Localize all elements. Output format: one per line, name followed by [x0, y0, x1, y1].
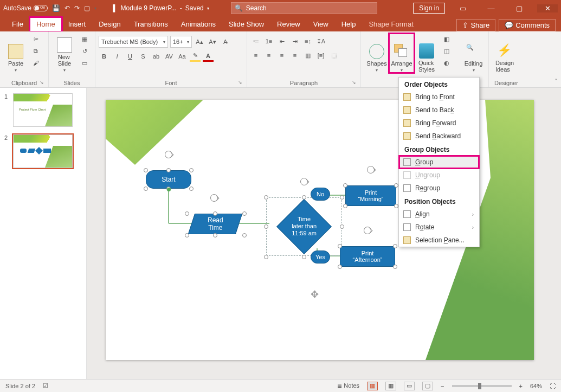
shape-outline-icon[interactable]: ◫	[441, 46, 452, 56]
align-center-icon[interactable]: ≡	[263, 50, 274, 61]
section-icon[interactable]: ▭	[79, 57, 90, 68]
clear-formatting-icon[interactable]: A̶	[220, 36, 231, 47]
align-right-icon[interactable]: ≡	[276, 50, 287, 61]
shape-start[interactable]: Start	[146, 170, 191, 189]
ribbon-options-icon[interactable]: ▭	[453, 4, 473, 12]
search-input[interactable]: 🔍 Search	[231, 2, 377, 14]
signin-button[interactable]: Sign in	[413, 3, 445, 14]
paste-button[interactable]: Paste▾	[3, 34, 28, 73]
format-painter-icon[interactable]: 🖌	[30, 57, 41, 68]
maximize-icon[interactable]: ▢	[509, 4, 530, 12]
autosave-toggle[interactable]: AutoSave On	[3, 4, 48, 12]
menu-group[interactable]: Group	[399, 156, 479, 169]
underline-button[interactable]: U	[125, 51, 136, 62]
tab-design[interactable]: Design	[92, 17, 127, 31]
rotate-handle[interactable]	[210, 194, 218, 202]
italic-button[interactable]: I	[112, 51, 122, 62]
tab-slideshow[interactable]: Slide Show	[222, 17, 270, 31]
tab-insert[interactable]: Insert	[62, 17, 93, 31]
menu-selection-pane[interactable]: Selection Pane...	[399, 234, 479, 247]
spellcheck-icon[interactable]: ☑	[43, 382, 48, 389]
char-spacing-icon[interactable]: AV	[164, 51, 175, 62]
shape-print-afternoon[interactable]: Print “Afternoon”	[340, 246, 395, 267]
menu-send-to-back[interactable]: Send to Back	[399, 104, 479, 117]
comments-button[interactable]: 💬Comments	[499, 19, 556, 31]
change-case-icon[interactable]: Aa	[177, 51, 188, 62]
shapes-button[interactable]: Shapes▾	[364, 34, 389, 73]
share-button[interactable]: ⇪Share	[456, 19, 495, 31]
zoom-out-icon[interactable]: −	[441, 383, 444, 389]
view-sorter-icon[interactable]: ▦	[385, 382, 396, 390]
view-reading-icon[interactable]: ▭	[404, 382, 415, 390]
zoom-in-icon[interactable]: +	[519, 383, 523, 389]
columns-icon[interactable]: ▥	[302, 50, 313, 61]
qat-more-icon[interactable]: ▾	[94, 6, 96, 11]
undo-icon[interactable]: ↶	[65, 4, 70, 12]
align-text-icon[interactable]: [≡]	[315, 50, 326, 61]
shape-print-morning[interactable]: Print “Morning”	[345, 185, 396, 206]
tab-help[interactable]: Help	[335, 17, 363, 31]
rotate-handle[interactable]	[367, 166, 375, 173]
minimize-icon[interactable]: —	[481, 4, 501, 12]
slide-stage[interactable]: Start Read Time Time later than 11:59 am…	[87, 88, 561, 379]
font-size-select[interactable]: 16+▾	[170, 36, 192, 48]
slide-indicator[interactable]: Slide 2 of 2	[5, 383, 35, 389]
menu-bring-to-front[interactable]: Bring to Front	[399, 91, 479, 104]
tab-home[interactable]: Home	[30, 17, 62, 31]
text-direction-icon[interactable]: ↧A	[315, 36, 326, 47]
rotate-handle[interactable]	[165, 151, 172, 158]
tab-animations[interactable]: Animations	[175, 17, 222, 31]
from-beginning-icon[interactable]: ▢	[84, 4, 90, 12]
editing-button[interactable]: 🔍 Editing▾	[462, 34, 485, 73]
align-left-icon[interactable]: ≡	[250, 50, 261, 61]
close-icon[interactable]: ✕	[537, 4, 558, 12]
menu-send-backward[interactable]: Send Backward	[399, 130, 479, 143]
line-spacing-icon[interactable]: ≡↕	[302, 36, 313, 47]
increase-indent-icon[interactable]: ⇥	[289, 36, 300, 47]
zoom-slider[interactable]	[452, 385, 512, 387]
highlight-icon[interactable]: ✎	[190, 51, 201, 62]
menu-bring-forward[interactable]: Bring Forward	[399, 117, 479, 130]
shape-effects-icon[interactable]: ◐	[441, 57, 452, 68]
bullets-icon[interactable]: ≔	[250, 36, 261, 47]
fit-to-window-icon[interactable]: ⛶	[550, 383, 556, 389]
shape-read-time[interactable]: Read Time	[188, 214, 242, 234]
view-slideshow-icon[interactable]: ▢	[422, 382, 433, 390]
font-name-select[interactable]: Trebuchet MS (Body)▾	[99, 36, 168, 48]
menu-align[interactable]: Align›	[399, 208, 479, 221]
shape-fill-icon[interactable]: ◧	[441, 34, 452, 44]
smartart-icon[interactable]: ⬚	[328, 50, 339, 61]
tab-file[interactable]: File	[5, 17, 30, 31]
collapse-ribbon-icon[interactable]: ˄	[554, 78, 558, 85]
thumbnail-2[interactable]: 2	[4, 134, 82, 168]
notes-button[interactable]: ≣ Notes	[337, 382, 359, 389]
tab-review[interactable]: Review	[270, 17, 307, 31]
shadow-button[interactable]: ab	[151, 51, 162, 62]
rotate-handle[interactable]	[300, 178, 308, 185]
design-ideas-button[interactable]: ⚡ Design Ideas	[492, 34, 517, 73]
cut-icon[interactable]: ✂	[30, 34, 41, 44]
copy-icon[interactable]: ⧉	[30, 46, 41, 56]
view-normal-icon[interactable]: ▦	[367, 382, 378, 390]
quick-styles-button[interactable]: Quick Styles	[414, 34, 439, 73]
bold-button[interactable]: B	[99, 51, 109, 62]
rotate-handle[interactable]	[364, 227, 371, 234]
thumbnail-1[interactable]: 1 Project Flow Chart	[4, 93, 82, 127]
layout-icon[interactable]: ▦	[79, 34, 90, 44]
redo-icon[interactable]: ↷	[74, 4, 80, 12]
tab-shape-format[interactable]: Shape Format	[362, 17, 420, 31]
new-slide-button[interactable]: New Slide▾	[52, 34, 77, 73]
shape-yes[interactable]: Yes	[311, 250, 330, 264]
reset-icon[interactable]: ↺	[79, 46, 90, 56]
save-icon[interactable]: 💾	[52, 4, 60, 12]
shrink-font-icon[interactable]: A▾	[207, 36, 218, 47]
font-color-icon[interactable]: A	[203, 51, 214, 62]
decrease-indent-icon[interactable]: ⇤	[276, 36, 287, 47]
tab-view[interactable]: View	[307, 17, 335, 31]
menu-rotate[interactable]: Rotate›	[399, 221, 479, 234]
numbering-icon[interactable]: 1≡	[263, 36, 274, 47]
justify-icon[interactable]: ≡	[289, 50, 300, 61]
grow-font-icon[interactable]: A▴	[194, 36, 205, 47]
tab-transitions[interactable]: Transitions	[127, 17, 175, 31]
zoom-level[interactable]: 64%	[530, 383, 542, 389]
